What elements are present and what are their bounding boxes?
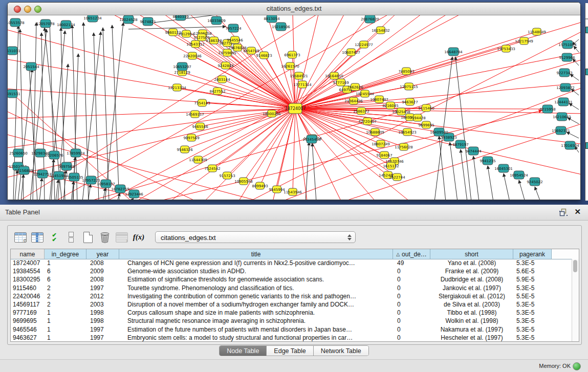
graph-edge[interactable] (295, 108, 308, 200)
tab-node-table[interactable]: Node Table (220, 346, 267, 356)
graph-edge[interactable] (15, 170, 17, 200)
select-columns-icon[interactable] (30, 230, 45, 245)
graph-node-label: 7524542 (204, 167, 220, 171)
graph-node-label: 9465546 (192, 125, 208, 129)
graph-edge[interactable] (295, 108, 580, 175)
graph-node-label: 9546326 (177, 148, 193, 152)
graph-edge[interactable] (227, 53, 295, 108)
graph-edge[interactable] (195, 44, 295, 108)
table-row[interactable]: 1456911722003Disruption of a novel membe… (11, 300, 572, 309)
table-row[interactable]: 2242004622012Investigating the contribut… (11, 292, 572, 300)
table-row[interactable]: 1938455462009Genome-wide association stu… (11, 267, 572, 275)
network-graph[interactable]: 9860123891295412226058912750981863281054… (8, 15, 580, 200)
graph-edge[interactable] (295, 108, 580, 114)
graph-node-label: 2718129 (174, 71, 190, 75)
table-row[interactable]: 911546021997Tourette syndrome. Phenomeno… (11, 284, 572, 292)
graph-edge[interactable] (83, 23, 89, 200)
table-panel-header: Table Panel ✕ (0, 205, 588, 221)
table-cell: 5.5E-5 (513, 292, 552, 300)
graph-edge[interactable] (519, 180, 525, 200)
graph-edge[interactable] (128, 108, 295, 200)
graph-edge[interactable] (8, 132, 267, 200)
graph-edge[interactable] (108, 15, 295, 108)
graph-edge[interactable] (112, 25, 119, 200)
row-height-icon[interactable] (63, 230, 79, 245)
graph-edge[interactable] (473, 156, 479, 200)
graph-node-label: 12024528 (119, 18, 138, 22)
table-cell: Jankovic et al. (1997) (430, 284, 513, 292)
graph-edge[interactable] (244, 108, 295, 181)
table-settings-icon[interactable]: ⚙ (13, 230, 28, 245)
column-header-out_de[interactable]: △out_de… (393, 249, 430, 259)
graph-edge[interactable] (105, 23, 123, 200)
table-cell: Changes of HCN gene expression and I(f) … (119, 259, 393, 267)
graph-node-label: 16409540 (430, 130, 448, 135)
network-canvas[interactable]: 9860123891295412226058912750981863281054… (8, 15, 580, 200)
graph-edge[interactable] (77, 15, 295, 108)
column-header-name[interactable]: name (11, 249, 45, 259)
table-cell: 5.9E-5 (513, 275, 552, 283)
graph-edge[interactable] (312, 143, 316, 200)
window-title: citations_edges.txt (8, 5, 580, 12)
table-cell: Nakamura et al. (1997) (430, 325, 513, 334)
function-builder-icon[interactable]: f(x) (131, 230, 146, 245)
graph-edge[interactable] (18, 69, 32, 200)
delete-rows-icon[interactable] (97, 230, 113, 245)
graph-edge[interactable] (82, 60, 580, 200)
graph-edge[interactable] (202, 103, 295, 108)
graph-edge[interactable] (455, 57, 471, 200)
column-header-pagerank[interactable]: pagerank (513, 249, 552, 259)
graph-node-label: 12923446 (125, 192, 143, 196)
graph-node-label: 10607427 (342, 51, 360, 55)
column-header-short[interactable]: short (430, 249, 513, 259)
graph-edge[interactable] (198, 108, 295, 160)
table-cell: 0 (393, 334, 430, 342)
graph-edge[interactable] (450, 142, 458, 200)
graph-edge[interactable] (295, 15, 415, 108)
close-panel-icon[interactable]: ✕ (574, 207, 581, 216)
graph-edge[interactable] (488, 166, 493, 200)
table-row[interactable]: 1872400712008Changes of HCN gene express… (11, 259, 572, 267)
memory-status-indicator[interactable] (573, 362, 581, 370)
graph-node-label: 9941235 (480, 159, 495, 163)
column-header-in_degree[interactable]: in_degree (45, 249, 86, 259)
scrollbar-thumb[interactable] (573, 260, 577, 272)
graph-edge[interactable] (277, 108, 295, 189)
graph-edge[interactable] (571, 89, 579, 95)
table-row[interactable]: 969969511998Structural magnetic resonanc… (11, 317, 572, 325)
background-window-edge (585, 18, 588, 19)
tab-network-table[interactable]: Network Table (314, 346, 368, 356)
graph-node-label: 10688609 (366, 130, 384, 135)
new-table-icon[interactable] (80, 230, 96, 245)
graph-edge[interactable] (128, 27, 226, 29)
window-titlebar[interactable]: citations_edges.txt (8, 3, 580, 15)
table-row[interactable]: 946554611997Estimation of the future num… (11, 325, 572, 334)
vertical-scrollbar[interactable] (572, 259, 579, 341)
graph-edge[interactable] (200, 108, 295, 200)
table-row[interactable]: 977716911998Corpus callosum shape and si… (11, 309, 572, 317)
graph-edge[interactable] (439, 136, 446, 200)
table-cell: Investigating the contribution of common… (119, 292, 393, 300)
column-header-year[interactable]: year (86, 249, 119, 259)
graph-edge[interactable] (504, 173, 510, 200)
graph-node-label: 9474444 (465, 149, 482, 154)
table-cell: 2008 (86, 259, 119, 267)
graph-edge[interactable] (8, 108, 295, 119)
graph-edge[interactable] (8, 108, 295, 149)
graph-edge[interactable] (574, 46, 579, 52)
graph-node-label: 9545546 (227, 38, 243, 42)
tab-edge-table[interactable]: Edge Table (267, 346, 313, 356)
select-rows-icon[interactable]: ✔✔ (47, 230, 62, 245)
graph-edge[interactable] (39, 178, 42, 200)
graph-edge[interactable] (535, 187, 540, 200)
graph-edge[interactable] (295, 32, 537, 108)
graph-edge[interactable] (567, 132, 579, 138)
column-header-title[interactable]: title (119, 249, 393, 259)
table-row[interactable]: 946362711997Embryonic stem cells: a mode… (11, 334, 572, 342)
table-selector-dropdown[interactable]: citations_edges.txt (155, 231, 356, 243)
float-panel-icon[interactable] (559, 208, 568, 216)
graph-edge[interactable] (103, 188, 105, 200)
graph-edge[interactable] (570, 74, 579, 80)
graph-edge[interactable] (569, 103, 579, 110)
table-row[interactable]: 1830029562008Estimation of significance … (11, 275, 572, 283)
